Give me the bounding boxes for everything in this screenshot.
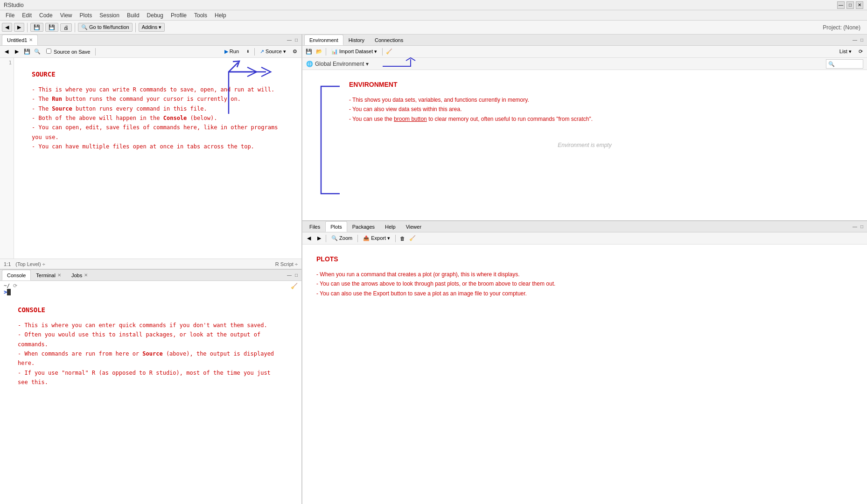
env-tab-connections[interactable]: Connections [370,35,408,45]
plots-tab-help[interactable]: Help [380,221,401,232]
jobs-tab-label: Jobs [71,273,82,278]
env-line-3: - You can use the broom button to clear … [349,116,593,122]
save-button[interactable]: 💾 [30,23,43,32]
source-tab-close[interactable]: ✕ [29,37,33,42]
menu-profile[interactable]: Profile [167,11,190,20]
minimize-button[interactable]: — [837,1,845,9]
terminal-tab[interactable]: Terminal ✕ [31,270,66,280]
source-back-btn[interactable]: ◀ [2,47,11,56]
import-dataset-btn[interactable]: 📊 Import Dataset ▾ [328,48,380,56]
jobs-tab[interactable]: Jobs ✕ [66,270,93,280]
env-search-input[interactable] [826,59,863,69]
source-tab-untitled1[interactable]: Untitled1 ✕ [2,35,38,45]
goto-file-button[interactable]: 🔍 Go to file/function [78,23,133,32]
plots-prev-btn[interactable]: ◀ [304,234,314,243]
source-save-btn[interactable]: 💾 [22,47,32,56]
menu-edit[interactable]: Edit [18,11,35,20]
menu-build[interactable]: Build [123,11,143,20]
env-search-box[interactable] [826,59,863,69]
plots-next-btn[interactable]: ▶ [315,234,324,243]
global-env-label[interactable]: Global Environment ▾ [315,61,369,67]
run-button[interactable]: ▶ ▶ Run Run [221,48,242,56]
open-file-button[interactable]: ▶ [14,23,24,32]
run-down-btn[interactable]: ⬇ [243,47,252,56]
env-line-1: - This shows you data sets, variables, a… [349,97,529,103]
plots-tab-viewer[interactable]: Viewer [401,221,427,232]
env-bracket-svg [316,84,354,196]
jobs-tab-close[interactable]: ✕ [84,273,88,278]
env-save-btn[interactable]: 💾 [304,47,314,56]
plots-minimize-btn[interactable]: — [852,224,858,230]
source-pane-right: ▶ ▶ Run Run ⬇ ↗ Source ▾ ⚙ [221,47,300,56]
close-button[interactable]: ✕ [856,1,863,9]
source-line-5: - You can open, edit, save files of comm… [32,123,284,142]
menu-code[interactable]: Code [35,11,56,20]
console-line-4: - If you use "normal" R (as opposed to R… [18,370,271,385]
plots-tab-packages[interactable]: Packages [347,221,380,232]
global-env-bar: 🌐 Global Environment ▾ [302,58,867,70]
source-annotation: SOURCE - This is where you can write R c… [18,60,298,161]
env-tab-environment[interactable]: Environment [304,35,343,45]
plots-broom-btn[interactable]: 🧹 [408,234,417,243]
menu-plots[interactable]: Plots [76,11,96,20]
env-pane-controls[interactable]: — □ [852,35,865,45]
export-btn[interactable]: 📤 Export ▾ [360,234,393,242]
console-pane-controls[interactable]: — □ [286,270,300,280]
maximize-button[interactable]: □ [846,1,854,9]
console-minimize-btn[interactable]: — [286,272,293,279]
env-maximize-btn[interactable]: □ [859,37,865,43]
console-clear-btn[interactable]: 🧹 [291,283,298,289]
plots-maximize-btn[interactable]: □ [859,224,865,230]
code-content[interactable]: SOURCE - This is where you can write R c… [14,58,301,259]
terminal-tab-close[interactable]: ✕ [57,273,61,278]
zoom-btn[interactable]: 🔍 Zoom [328,234,356,242]
left-panel: Untitled1 ✕ — □ ◀ ▶ 💾 🔍 Source on Save [0,35,302,504]
menu-file[interactable]: File [2,11,18,20]
source-on-save-label: Source on Save [54,49,90,55]
console-annotation: CONSOLE - This is where you can enter qu… [4,295,298,397]
env-tab-history[interactable]: History [343,35,370,45]
plots-line-3: - You can also use the Export button to … [316,290,527,297]
plots-tab-bar: Files Plots Packages Help Viewer — □ [302,221,867,232]
source-pane-controls[interactable]: — □ [286,35,300,45]
source-pane-toolbar: ◀ ▶ 💾 🔍 Source on Save ▶ ▶ Run Run ⬇ [0,46,301,58]
console-prompt-line[interactable]: > [4,289,298,295]
menu-tools[interactable]: Tools [190,11,211,20]
console-tab-label: Console [7,273,26,278]
source-fwd-btn[interactable]: ▶ [12,47,21,56]
plots-tab-files[interactable]: Files [304,221,325,232]
plots-pane-controls[interactable]: — □ [852,221,865,232]
save-all-button[interactable]: 💾 [45,23,58,32]
env-minimize-btn[interactable]: — [852,37,858,43]
env-broom-btn[interactable]: 🧹 [385,47,394,56]
env-refresh-btn[interactable]: ⟳ [856,47,865,56]
env-pane-sep2 [382,48,383,56]
plots-clear-btn[interactable]: 🗑 [398,234,407,243]
console-line-1: - This is where you can enter quick comm… [18,322,267,329]
menu-session[interactable]: Session [96,11,123,20]
env-load-btn[interactable]: 📂 [315,47,324,56]
print-button[interactable]: 🖨 [60,23,72,32]
menu-debug[interactable]: Debug [143,11,167,20]
menu-help[interactable]: Help [211,11,230,20]
source-minimize-btn[interactable]: — [286,37,293,43]
console-maximize-btn[interactable]: □ [293,272,300,279]
source-on-save-btn[interactable]: Source on Save [43,48,93,56]
source-maximize-btn[interactable]: □ [293,37,300,43]
script-type: R Script ÷ [275,261,298,267]
source-gear-btn[interactable]: ⚙ [290,47,300,56]
source-on-save-checkbox[interactable] [46,49,51,54]
console-tab[interactable]: Console [2,270,31,280]
source-button[interactable]: ↗ Source ▾ [257,48,289,56]
plots-pane-sep [326,235,326,242]
env-heading: ENVIRONMENT [349,79,853,91]
list-btn[interactable]: List ▾ [836,48,855,56]
window-controls[interactable]: — □ ✕ [837,1,863,9]
console-content[interactable]: 🧹 ~/ ⟳ > CONSOLE - This is where you can… [0,281,301,504]
new-file-button[interactable]: ◀ [2,23,12,32]
menu-view[interactable]: View [56,11,76,20]
plots-tab-plots[interactable]: Plots [325,221,347,232]
addins-button[interactable]: Addins ▾ [139,23,165,32]
source-find-btn[interactable]: 🔍 [33,47,42,56]
right-panel: Environment History Connections — □ 💾 📂 [302,35,867,504]
